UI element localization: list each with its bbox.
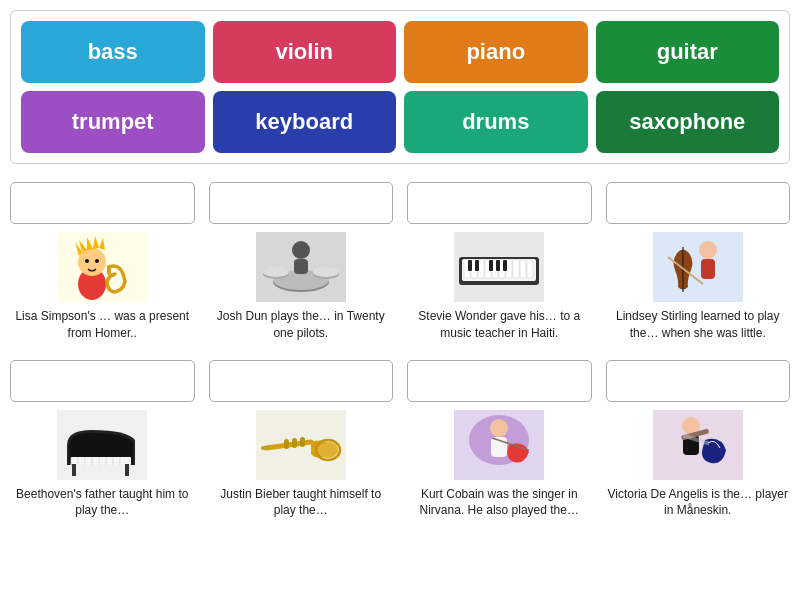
- card-image-cobain: [454, 410, 544, 480]
- card-text-cobain: Kurt Cobain was the singer in Nirvana. H…: [407, 486, 592, 520]
- svg-rect-36: [496, 260, 500, 271]
- card-text-joshdun: Josh Dun plays the… in Twenty one pilots…: [209, 308, 394, 342]
- instrument-btn-bass[interactable]: bass: [21, 21, 205, 83]
- svg-rect-59: [292, 438, 297, 448]
- card-stevie: Stevie Wonder gave his… to a music teach…: [407, 182, 592, 342]
- svg-point-9: [95, 259, 99, 263]
- card-image-joshdun: [256, 232, 346, 302]
- svg-point-2: [78, 248, 106, 276]
- instrument-btn-trumpet[interactable]: trumpet: [21, 91, 205, 153]
- svg-rect-40: [701, 259, 715, 279]
- card-image-lindsey: [653, 232, 743, 302]
- cards-section: Lisa Simpson's … was a present from Home…: [10, 182, 790, 519]
- svg-rect-34: [475, 260, 479, 271]
- card-image-bieber: [256, 410, 346, 480]
- drop-zone-victoria[interactable]: [606, 360, 791, 402]
- svg-rect-31: [520, 260, 526, 278]
- card-image-stevie: [454, 232, 544, 302]
- instrument-btn-keyboard[interactable]: keyboard: [213, 91, 397, 153]
- card-text-lindsey: Lindsey Stirling learned to play the… wh…: [606, 308, 791, 342]
- card-text-lisa: Lisa Simpson's … was a present from Home…: [10, 308, 195, 342]
- drop-zone-beethoven[interactable]: [10, 360, 195, 402]
- drop-zone-bieber[interactable]: [209, 360, 394, 402]
- card-text-stevie: Stevie Wonder gave his… to a music teach…: [407, 308, 592, 342]
- instrument-btn-piano[interactable]: piano: [404, 21, 588, 83]
- svg-rect-60: [300, 437, 305, 447]
- card-lindsey: Lindsey Stirling learned to play the… wh…: [606, 182, 791, 342]
- svg-point-57: [318, 442, 338, 458]
- svg-point-15: [263, 267, 289, 277]
- svg-rect-54: [125, 464, 129, 476]
- card-lisa: Lisa Simpson's … was a present from Home…: [10, 182, 195, 342]
- svg-rect-33: [468, 260, 472, 271]
- card-beethoven: Beethoven's father taught him to play th…: [10, 360, 195, 520]
- svg-rect-38: [653, 232, 743, 302]
- instrument-btn-violin[interactable]: violin: [213, 21, 397, 83]
- card-joshdun: Josh Dun plays the… in Twenty one pilots…: [209, 182, 394, 342]
- card-cobain: Kurt Cobain was the singer in Nirvana. H…: [407, 360, 592, 520]
- svg-point-39: [699, 241, 717, 259]
- svg-rect-53: [72, 464, 76, 476]
- svg-rect-10: [107, 265, 111, 275]
- card-text-victoria: Victoria De Angelis is the… player in Må…: [606, 486, 791, 520]
- drop-zone-stevie[interactable]: [407, 182, 592, 224]
- svg-rect-32: [527, 260, 533, 278]
- card-text-bieber: Justin Bieber taught himself to play the…: [209, 486, 394, 520]
- svg-rect-35: [489, 260, 493, 271]
- drop-zone-lindsey[interactable]: [606, 182, 791, 224]
- svg-rect-44: [71, 457, 131, 465]
- card-victoria: Victoria De Angelis is the… player in Må…: [606, 360, 791, 520]
- card-image-lisa: [57, 232, 147, 302]
- svg-rect-58: [284, 439, 289, 449]
- instrument-btn-drums[interactable]: drums: [404, 91, 588, 153]
- card-image-beethoven: [57, 410, 147, 480]
- instrument-btn-guitar[interactable]: guitar: [596, 21, 780, 83]
- drop-zone-cobain[interactable]: [407, 360, 592, 402]
- svg-rect-61: [261, 446, 271, 450]
- svg-point-64: [490, 419, 508, 437]
- svg-rect-37: [503, 260, 507, 271]
- drop-zone-lisa[interactable]: [10, 182, 195, 224]
- svg-point-18: [292, 241, 310, 259]
- svg-rect-30: [513, 260, 519, 278]
- card-image-victoria: [653, 410, 743, 480]
- svg-point-17: [313, 267, 339, 277]
- instrument-btn-saxophone[interactable]: saxophone: [596, 91, 780, 153]
- svg-rect-19: [294, 259, 308, 274]
- instruments-grid: bassviolinpianoguitartrumpetkeyboarddrum…: [10, 10, 790, 164]
- drop-zone-joshdun[interactable]: [209, 182, 394, 224]
- card-text-beethoven: Beethoven's father taught him to play th…: [10, 486, 195, 520]
- card-bieber: Justin Bieber taught himself to play the…: [209, 360, 394, 520]
- svg-point-8: [85, 259, 89, 263]
